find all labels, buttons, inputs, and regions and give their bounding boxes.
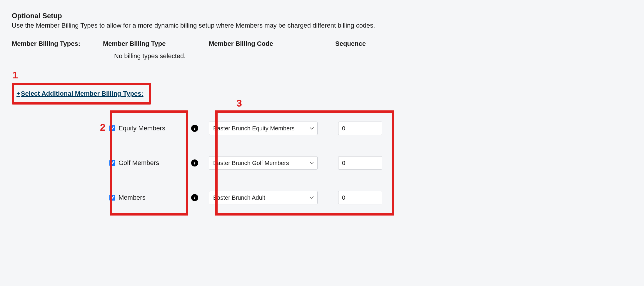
sequence-input[interactable] xyxy=(338,122,382,135)
select-additional-billing-types-link[interactable]: +Select Additional Member Billing Types: xyxy=(14,85,149,102)
info-icon[interactable]: i xyxy=(191,159,198,166)
info-icon[interactable]: i xyxy=(191,194,198,201)
billing-code-select[interactable]: Easter Brunch Adult xyxy=(209,191,318,204)
header-sequence: Sequence xyxy=(329,40,385,51)
sequence-input[interactable] xyxy=(338,191,382,204)
billing-type-label: Members xyxy=(119,194,146,201)
billing-type-label: Equity Members xyxy=(119,125,165,132)
billing-type-row[interactable]: Equity Members xyxy=(103,125,165,132)
header-member-billing-type: Member Billing Type xyxy=(103,40,191,51)
billing-types-rows: 2 3 Equity Members i Easter Brunch Equit… xyxy=(12,111,632,215)
annotation-3: 3 xyxy=(236,97,242,109)
select-additional-wrap: 1 +Select Additional Member Billing Type… xyxy=(12,83,151,105)
plus-icon: + xyxy=(16,90,20,97)
annotation-1: 1 xyxy=(12,69,18,81)
no-billing-types-message: No billing types selected. xyxy=(103,51,191,60)
billing-types-header-row: Member Billing Types: Member Billing Typ… xyxy=(12,40,632,60)
header-member-billing-types: Member Billing Types: xyxy=(12,40,103,51)
header-member-billing-code: Member Billing Code xyxy=(209,40,329,51)
section-title: Optional Setup xyxy=(12,12,632,20)
billing-type-row[interactable]: Members xyxy=(103,194,146,201)
billing-type-checkbox[interactable] xyxy=(109,160,115,166)
billing-code-select[interactable]: Easter Brunch Golf Members xyxy=(209,156,318,170)
billing-type-row[interactable]: Golf Members xyxy=(103,159,159,167)
sequence-input[interactable] xyxy=(338,156,382,170)
optional-setup-panel: Optional Setup Use the Member Billing Ty… xyxy=(0,0,644,233)
billing-type-checkbox[interactable] xyxy=(109,125,115,131)
info-icon[interactable]: i xyxy=(191,125,198,132)
section-description: Use the Member Billing Types to allow fo… xyxy=(12,22,632,29)
billing-type-label: Golf Members xyxy=(119,159,159,167)
billing-code-select[interactable]: Easter Brunch Equity Members xyxy=(209,122,318,135)
select-additional-label: Select Additional Member Billing Types: xyxy=(21,90,144,97)
billing-type-checkbox[interactable] xyxy=(109,195,115,201)
